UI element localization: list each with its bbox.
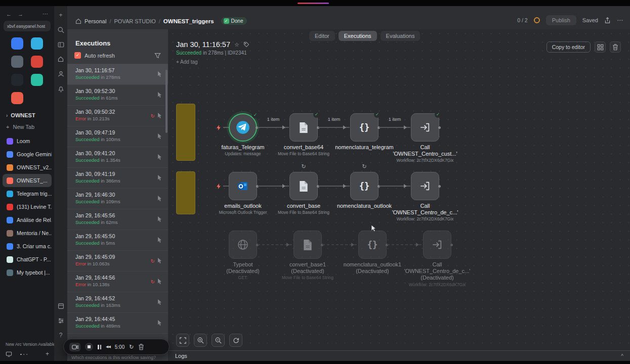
- workflow-node[interactable]: {}nomenclatura_outlook1(Deactivated): [358, 231, 387, 259]
- auto-refresh-checkbox[interactable]: ✓: [74, 52, 81, 59]
- workflow-node[interactable]: emails_outlookMicrosoft Outlook Trigger: [229, 172, 257, 200]
- sidebar-tab[interactable]: Telegram trig...: [3, 187, 52, 200]
- breadcrumb-project[interactable]: POVAR STUDIO: [114, 18, 155, 24]
- logs-bar[interactable]: Logs ^: [169, 350, 630, 361]
- more-menu-icon[interactable]: ⋯: [617, 17, 623, 24]
- pinned-app-5-icon[interactable]: [11, 74, 23, 86]
- retry-icon[interactable]: ↻: [151, 279, 155, 285]
- retry-icon[interactable]: ↻: [151, 258, 155, 264]
- execution-list-item[interactable]: Jan 29, 16:44:52Succeeded in 163ms: [67, 292, 168, 313]
- node-body[interactable]: [423, 231, 451, 259]
- layout-grid-button[interactable]: [595, 41, 606, 53]
- workflow-canvas[interactable]: EditorExecutionsEvaluations Jan 30, 11:1…: [169, 29, 630, 361]
- execution-list-item[interactable]: Jan 30, 09:41:20Succeeded in 1.354s: [67, 147, 168, 168]
- node-body[interactable]: {}✓: [350, 113, 379, 142]
- tab-group-ownest[interactable]: › OWNEST: [0, 107, 54, 119]
- workflow-node[interactable]: Call'OWNEST_Centro_de_c...'(Deactivated)…: [423, 231, 451, 259]
- workflow-node[interactable]: Call'OWNEST_Centro_de_c...'Workflow: 2c7…: [411, 172, 439, 200]
- sidebar-tab[interactable]: Mentoria / Ne...: [3, 226, 52, 240]
- filter-icon[interactable]: [154, 53, 161, 59]
- sidebar-tab[interactable]: Google Gemini: [3, 148, 52, 161]
- node-body[interactable]: ✓: [289, 113, 318, 142]
- node-body[interactable]: ✓: [411, 113, 439, 142]
- execution-list-item[interactable]: Jan 30, 11:16:57Succeeded in 278ms: [67, 64, 168, 85]
- sticky-note[interactable]: [176, 171, 195, 214]
- bell-icon[interactable]: [57, 84, 65, 93]
- plus-icon[interactable]: +: [57, 11, 65, 19]
- pause-button[interactable]: [98, 345, 101, 349]
- screen-share-icon[interactable]: [6, 351, 12, 357]
- execution-list-item[interactable]: Jan 29, 16:44:45Succeeded in 489ms: [67, 313, 168, 334]
- node-body[interactable]: {}: [358, 231, 387, 259]
- execution-list-item[interactable]: Jan 29, 16:45:09Error in 10.063s↻: [67, 251, 168, 271]
- sidebar-tab[interactable]: OWNEST_v2...: [3, 161, 52, 174]
- panel-icon[interactable]: [57, 40, 65, 49]
- execution-list-item[interactable]: Jan 29, 16:45:50Succeeded in 5ms: [67, 230, 168, 251]
- stop-recording-button[interactable]: [85, 343, 93, 351]
- reset-zoom-button[interactable]: [229, 334, 242, 347]
- fit-view-button[interactable]: [176, 334, 189, 347]
- camera-button[interactable]: [69, 343, 80, 351]
- workflow-node[interactable]: {}✓nomenclatura_telegram: [350, 113, 379, 142]
- retry-icon[interactable]: ↻: [151, 113, 155, 119]
- help-icon[interactable]: ?: [57, 331, 65, 339]
- workflow-node[interactable]: Typebot(Deactivated)GET:: [229, 231, 257, 259]
- workflow-node[interactable]: ✓Call'OWNEST_Centro_cust...'Workflow: 2c…: [411, 113, 439, 142]
- search-icon[interactable]: [57, 26, 65, 34]
- back-icon[interactable]: ←: [6, 11, 12, 17]
- pinned-app-2-icon[interactable]: [31, 37, 43, 50]
- new-tab-button[interactable]: + New Tab: [0, 119, 54, 134]
- workflow-node[interactable]: ↻convert_baseMove File to Base64 String: [289, 172, 318, 200]
- sliders-icon[interactable]: [57, 316, 65, 325]
- sidebar-tab[interactable]: ChatGPT - P...: [3, 253, 52, 266]
- rating-star-icon[interactable]: ☆: [234, 41, 239, 48]
- sticky-note[interactable]: [176, 104, 195, 161]
- node-body[interactable]: [229, 231, 257, 259]
- space-indicator[interactable]: •••: [20, 352, 29, 356]
- arc-update-banner[interactable]: New Arc Version Available: [6, 342, 56, 347]
- workflow-node[interactable]: ✓faturas_TelegramUpdates: message: [229, 113, 257, 142]
- execution-list-item[interactable]: Jan 29, 16:44:56Error in 10.138s↻: [67, 271, 168, 292]
- pinned-app-7-icon[interactable]: [11, 92, 23, 104]
- pinned-app-3-icon[interactable]: [11, 56, 23, 68]
- box-icon[interactable]: [57, 302, 65, 310]
- home-icon[interactable]: [57, 55, 65, 63]
- node-body[interactable]: ✓: [229, 113, 257, 142]
- tab-executions[interactable]: Executions: [339, 31, 377, 41]
- sidebar-tab[interactable]: Loom: [3, 134, 52, 148]
- tab-editor[interactable]: Editor: [309, 31, 335, 41]
- share-icon[interactable]: [604, 17, 611, 24]
- execution-list-item[interactable]: Jan 30, 09:50:32Error in 10.213s↻: [67, 106, 168, 126]
- rewind-icon[interactable]: ◀◀: [106, 345, 110, 349]
- add-tag-button[interactable]: + Add tag: [176, 59, 249, 65]
- breadcrumb-workflow[interactable]: OWNEST_triggers: [163, 18, 214, 24]
- pinned-app-1-icon[interactable]: [11, 37, 23, 50]
- node-body[interactable]: [293, 231, 322, 259]
- chevron-up-icon[interactable]: ^: [621, 353, 623, 359]
- delete-execution-button[interactable]: [610, 41, 621, 53]
- copy-to-editor-button[interactable]: Copy to editor: [547, 41, 591, 53]
- workflow-node[interactable]: {}↻nomenclatura_outlook: [350, 172, 379, 200]
- node-body[interactable]: {}↻: [350, 172, 379, 200]
- scrollbar[interactable]: [165, 70, 167, 133]
- user-icon[interactable]: [57, 70, 65, 78]
- sidebar-more-icon[interactable]: ⋯: [43, 11, 48, 17]
- forward-icon[interactable]: →: [18, 11, 23, 17]
- breadcrumb-personal[interactable]: Personal: [85, 18, 106, 24]
- home-icon[interactable]: [75, 18, 81, 24]
- node-body[interactable]: [411, 172, 439, 200]
- execution-list-item[interactable]: Jan 29, 16:45:56Succeeded in 62ms: [67, 209, 168, 230]
- execution-list-item[interactable]: Jan 29, 16:46:30Succeeded in 109ms: [67, 189, 168, 209]
- workflow-node[interactable]: convert_base1(Deactivated)Move File to B…: [293, 231, 322, 259]
- tab-evaluations[interactable]: Evaluations: [381, 31, 421, 41]
- node-body[interactable]: ↻: [289, 172, 318, 200]
- publish-button[interactable]: Publish: [546, 15, 576, 25]
- zoom-in-button[interactable]: [194, 334, 207, 347]
- tag-icon[interactable]: [243, 41, 249, 48]
- node-body[interactable]: [229, 172, 257, 200]
- discard-recording-button[interactable]: [138, 344, 144, 350]
- sidebar-tab[interactable]: Análise de Rel...: [3, 213, 52, 226]
- workflow-node[interactable]: ✓convert_base64Move File to Base64 Strin…: [289, 113, 318, 142]
- restart-recording-button[interactable]: ↻: [129, 344, 134, 350]
- execution-list-item[interactable]: Jan 30, 09:41:19Succeeded in 386ms: [67, 168, 168, 189]
